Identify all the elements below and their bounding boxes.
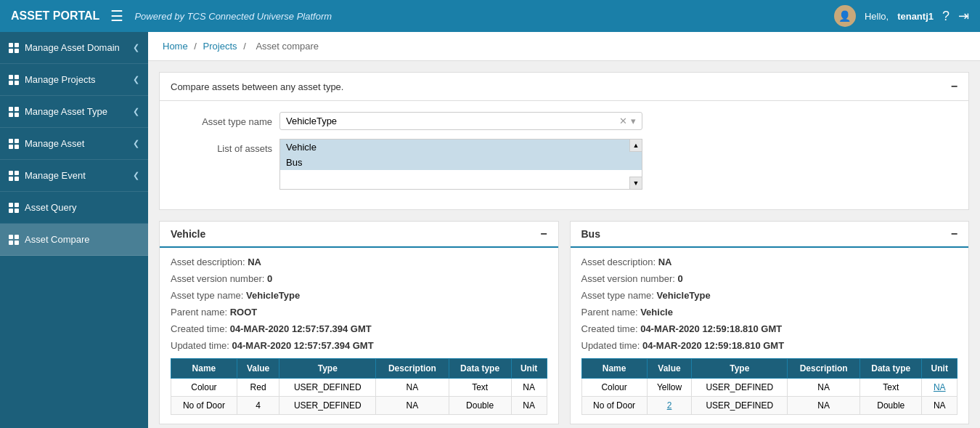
breadcrumb: Home / Projects / Asset compare [148,32,980,61]
minimize-button[interactable]: − [951,80,957,93]
sidebar-label-manage-asset: Manage Asset [25,138,84,149]
panel-description: Compare assets between any asset type. [171,81,343,92]
help-icon[interactable]: ? [942,9,950,24]
panel-body: Asset type name VehicleType ✕ ▾ [160,101,968,209]
cell-datatype: Double [449,397,511,415]
asset-type-label: Asset type name [171,112,272,127]
grid-icon [9,203,19,213]
sidebar-label-asset-compare: Asset Compare [25,234,90,245]
bus-col-unit: Unit [922,359,957,379]
sidebar-item-manage-projects[interactable]: Manage Projects ❮ [0,64,148,96]
bus-col-desc: Description [788,359,860,379]
chevron-icon: ❮ [133,171,139,180]
cell-name: No of Door [171,397,237,415]
breadcrumb-separator2: / [243,41,248,52]
compare-panels-row: Vehicle − Asset description: NA Asset ve… [159,221,969,424]
cell-desc: NA [788,397,860,415]
sidebar-item-asset-query[interactable]: Asset Query [0,192,148,224]
bus-parent-name: Parent name: Vehicle [581,307,958,318]
sidebar-item-asset-compare[interactable]: Asset Compare [0,224,148,256]
vehicle-col-name: Name [171,359,237,379]
bus-table: Name Value Type Description Data type Un… [581,358,958,415]
vehicle-minimize-button[interactable]: − [540,227,547,241]
sidebar-item-manage-event[interactable]: Manage Event ❮ [0,160,148,192]
vehicle-updated-time: Updated time: 04-MAR-2020 12:57:57.394 G… [171,340,547,351]
asset-type-value: VehicleType [286,116,619,126]
app-title: ASSET PORTAL [11,9,99,23]
grid-icon [9,107,19,117]
cell-desc: NA [376,379,449,397]
chevron-icon: ❮ [133,139,139,148]
table-row: Colour Red USER_DEFINED NA Text NA [171,379,547,397]
bus-col-name: Name [581,359,647,379]
cell-unit: NA [922,397,957,415]
cell-datatype: Double [860,397,922,415]
asset-type-select[interactable]: VehicleType ✕ ▾ [279,112,642,130]
list-assets-control: Vehicle Bus ▲ ▼ [279,139,642,190]
cell-type: USER_DEFINED [692,397,788,415]
vehicle-col-type: Type [279,359,376,379]
grid-icon [9,171,19,181]
sidebar-item-manage-asset-type[interactable]: Manage Asset Type ❮ [0,96,148,128]
grid-icon [9,43,19,53]
vehicle-table: Name Value Type Description Data type Un… [171,358,547,415]
sidebar-label-manage-asset-type: Manage Asset Type [25,106,107,117]
asset-item-vehicle[interactable]: Vehicle [280,140,642,155]
scroll-down-arrow[interactable]: ▼ [629,177,642,190]
logout-icon[interactable]: ⇥ [958,8,969,24]
sidebar-label-asset-query: Asset Query [25,202,77,213]
sidebar-label-manage-projects: Manage Projects [25,74,96,85]
sidebar-item-manage-asset-domain[interactable]: Manage Asset Domain ❮ [0,32,148,64]
vehicle-created-time: Created time: 04-MAR-2020 12:57:57.394 G… [171,323,547,334]
cell-desc: NA [376,397,449,415]
header: ASSET PORTAL ☰ Powered by TCS Connected … [0,0,980,32]
cell-type: USER_DEFINED [692,379,788,397]
breadcrumb-separator: / [194,41,199,52]
asset-item-bus[interactable]: Bus [280,155,642,170]
cell-datatype: Text [449,379,511,397]
clear-icon[interactable]: ✕ [619,116,627,126]
scroll-up-arrow[interactable]: ▲ [629,139,642,152]
content-area: Compare assets between any asset type. −… [148,61,980,428]
list-assets-label: List of assets [171,139,272,154]
panel-header: Compare assets between any asset type. − [160,73,968,101]
vehicle-panel-body: Asset description: NA Asset version numb… [160,248,558,424]
cell-type: USER_DEFINED [279,397,376,415]
asset-list-select[interactable]: Vehicle Bus [279,139,642,190]
asset-type-row: Asset type name VehicleType ✕ ▾ [171,112,957,130]
grid-icon [9,235,19,245]
sidebar-item-manage-asset[interactable]: Manage Asset ❮ [0,128,148,160]
cell-value: 2 [647,397,692,415]
cell-type: USER_DEFINED [279,379,376,397]
hamburger-menu[interactable]: ☰ [110,7,123,25]
header-left: ASSET PORTAL ☰ Powered by TCS Connected … [11,7,332,25]
select-icons: ✕ ▾ [619,116,636,126]
hello-label: Hello, [865,11,889,22]
bus-panel-title: Bus [581,228,600,240]
main-content: Home / Projects / Asset compare Compare … [148,32,980,428]
compare-form-panel: Compare assets between any asset type. −… [159,72,969,210]
breadcrumb-projects[interactable]: Projects [203,41,237,52]
header-subtitle: Powered by TCS Connected Universe Platfo… [134,11,332,22]
cell-name: No of Door [581,397,647,415]
cell-desc: NA [788,379,860,397]
breadcrumb-current: Asset compare [256,41,319,52]
table-row: No of Door 4 USER_DEFINED NA Double NA [171,397,547,415]
sidebar: Manage Asset Domain ❮ Manage Projects ❮ … [0,32,148,428]
cell-unit: NA [511,379,547,397]
vehicle-version: Asset version number: 0 [171,273,547,284]
vehicle-asset-desc: Asset description: NA [171,257,547,267]
bus-version: Asset version number: 0 [581,273,958,284]
dropdown-icon[interactable]: ▾ [631,116,636,126]
bus-type-name: Asset type name: VehicleType [581,290,958,301]
avatar: 👤 [834,5,856,27]
vehicle-type-name: Asset type name: VehicleType [171,290,547,301]
vehicle-panel-header: Vehicle − [160,222,558,248]
breadcrumb-home[interactable]: Home [163,41,188,52]
bus-minimize-button[interactable]: − [951,227,957,241]
cell-name: Colour [581,379,647,397]
vehicle-panel: Vehicle − Asset description: NA Asset ve… [159,221,559,424]
table-row: No of Door 2 USER_DEFINED NA Double NA [581,397,957,415]
vehicle-panel-title: Vehicle [171,228,205,240]
cell-datatype: Text [860,379,922,397]
